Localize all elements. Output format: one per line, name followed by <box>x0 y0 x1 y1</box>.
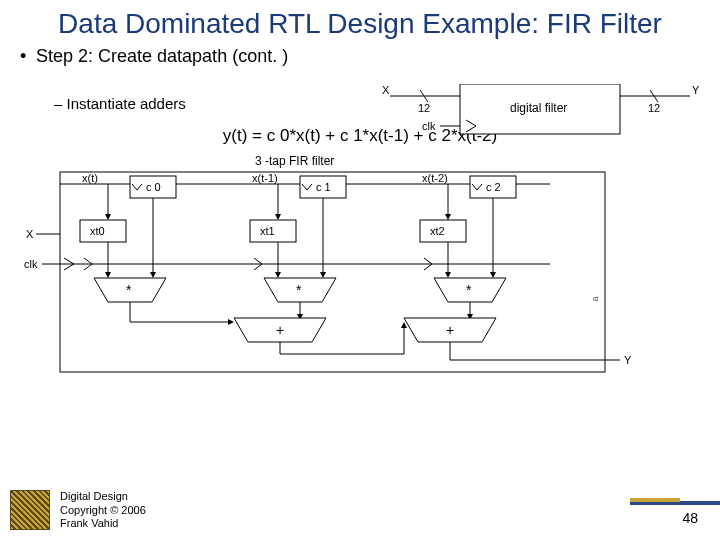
svg-marker-18 <box>105 272 111 278</box>
add1: + <box>446 322 454 338</box>
top-block-diagram: X 12 digital filter clk 12 Y <box>380 84 700 136</box>
fir-y: Y <box>624 354 632 366</box>
footer-l2: Copyright © 2006 <box>60 504 146 517</box>
fir-x: X <box>26 228 34 240</box>
svg-marker-30 <box>275 272 281 278</box>
top-bits-in: 12 <box>418 102 430 114</box>
svg-marker-25 <box>275 214 281 220</box>
top-clk-label: clk <box>422 120 436 132</box>
footer-l1: Digital Design <box>60 490 146 503</box>
ribbon-icon <box>630 498 720 508</box>
page-number: 48 <box>682 510 698 526</box>
svg-rect-6 <box>60 172 605 372</box>
mul0: * <box>126 282 132 298</box>
slide-title: Data Dominated RTL Design Example: FIR F… <box>0 0 720 44</box>
svg-marker-13 <box>105 214 111 220</box>
svg-marker-22 <box>228 319 234 325</box>
c2: c 2 <box>486 181 501 193</box>
logo-icon <box>10 490 50 530</box>
fir-clk: clk <box>24 258 38 270</box>
svg-marker-36 <box>445 214 451 220</box>
fir-diagram: 3 -tap FIR filter a X clk x(t) c 0 xt0 <box>20 154 700 384</box>
bullet-main-text: Step 2: Create datapath (cont. ) <box>36 46 288 66</box>
c1: c 1 <box>316 181 331 193</box>
reg1: xt1 <box>260 225 275 237</box>
sig0: x(t) <box>82 172 98 184</box>
reg0: xt0 <box>90 225 105 237</box>
top-block-label: digital filter <box>510 101 567 115</box>
top-y-label: Y <box>692 84 700 96</box>
footer-l3: Frank Vahid <box>60 517 146 530</box>
bullet-main: •Step 2: Create datapath (cont. ) <box>20 46 288 67</box>
top-x-label: X <box>382 84 390 96</box>
sig2: x(t-2) <box>422 172 448 184</box>
add0: + <box>276 322 284 338</box>
footer: Digital Design Copyright © 2006 Frank Va… <box>60 490 146 530</box>
mul2: * <box>466 282 472 298</box>
top-diagram-svg: X 12 digital filter clk 12 Y <box>380 84 700 144</box>
top-bits-out: 12 <box>648 102 660 114</box>
svg-marker-41 <box>445 272 451 278</box>
svg-rect-54 <box>630 498 680 502</box>
fir-svg: X clk x(t) c 0 xt0 * <box>20 154 700 384</box>
svg-marker-15 <box>150 272 156 278</box>
sig1: x(t-1) <box>252 172 278 184</box>
svg-marker-49 <box>401 322 407 328</box>
reg2: xt2 <box>430 225 445 237</box>
svg-marker-27 <box>320 272 326 278</box>
mul1: * <box>296 282 302 298</box>
bullet-sub-text: Instantiate adders <box>67 95 186 112</box>
svg-marker-38 <box>490 272 496 278</box>
c0: c 0 <box>146 181 161 193</box>
